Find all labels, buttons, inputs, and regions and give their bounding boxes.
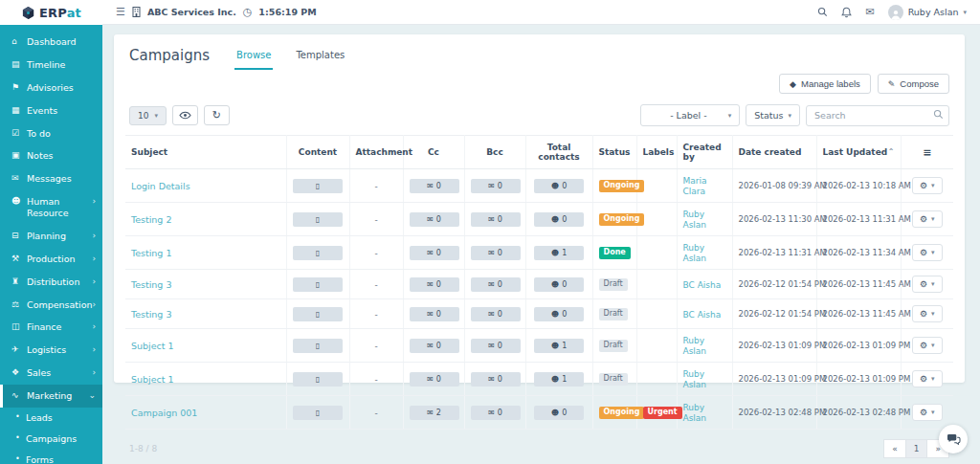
sidebar-item-events[interactable]: ▦ Events xyxy=(0,99,102,122)
status-filter-button[interactable]: Status ▾ xyxy=(746,104,800,126)
bcc-button[interactable]: ✉0 xyxy=(471,372,521,387)
sidebar-item-logistics[interactable]: ✈ Logistics › xyxy=(0,339,102,362)
logo[interactable]: ERPat xyxy=(0,0,102,25)
messages-envelope-icon[interactable]: ✉ xyxy=(865,6,874,18)
sidebar-item-forms[interactable]: • Forms xyxy=(0,450,102,464)
subject-link[interactable]: Campaign 001 xyxy=(131,408,197,418)
sidebar-item-planning[interactable]: ⊟ Planning › xyxy=(0,225,102,248)
cc-button[interactable]: ✉0 xyxy=(410,179,459,193)
tab-browse[interactable]: Browse xyxy=(234,46,273,70)
total-contacts-button[interactable]: ☻1 xyxy=(534,246,584,260)
cc-button[interactable]: ✉0 xyxy=(410,307,459,321)
created-by-link[interactable]: Ruby Aslan xyxy=(683,243,707,263)
cc-button[interactable]: ✉0 xyxy=(410,339,459,353)
sidebar-item-distribution[interactable]: ♜ Distribution › xyxy=(0,271,102,294)
col-last-updated[interactable]: Last Updated⌃ xyxy=(816,136,901,169)
subject-link[interactable]: Subject 1 xyxy=(131,341,174,351)
bcc-button[interactable]: ✉0 xyxy=(471,307,521,321)
sidebar-item-label: Production xyxy=(27,254,92,265)
total-contacts-button[interactable]: ☻0 xyxy=(534,179,584,193)
sidebar-item-human-resource[interactable]: ☻ Human Resource › xyxy=(0,190,102,225)
sidebar-item-to-do[interactable]: ☑ To do xyxy=(0,122,102,145)
cc-button[interactable]: ✉0 xyxy=(410,246,459,260)
prev-page-button[interactable]: « xyxy=(883,439,906,458)
content-button[interactable]: ▯ xyxy=(293,246,343,260)
label-filter-select[interactable]: - Label - ▾ xyxy=(640,104,740,126)
subject-link[interactable]: Testing 2 xyxy=(131,214,171,225)
row-actions-button[interactable]: ⚙ ▾ xyxy=(912,404,943,421)
created-by-link[interactable]: Maria Clara xyxy=(683,176,707,196)
row-actions-button[interactable]: ⚙ ▾ xyxy=(912,177,943,194)
row-actions-button[interactable]: ⚙ ▾ xyxy=(912,210,943,228)
bcc-button[interactable]: ✉0 xyxy=(471,246,521,260)
toggle-columns-button[interactable] xyxy=(172,105,198,125)
user-menu[interactable]: Ruby Aslan ▾ xyxy=(888,5,967,20)
content-button[interactable]: ▯ xyxy=(293,307,343,321)
per-page-select[interactable]: 10 ▾ xyxy=(129,106,167,125)
sidebar-item-finance[interactable]: ◫ Finance › xyxy=(0,316,102,339)
total-contacts-button[interactable]: ☻1 xyxy=(534,372,584,387)
sidebar-item-sales[interactable]: ❖ Sales › xyxy=(0,362,102,385)
sidebar-item-advisories[interactable]: ⚑ Advisories xyxy=(0,77,102,99)
cc-button[interactable]: ✉0 xyxy=(410,277,459,292)
sidebar-item-marketing[interactable]: ∿ Marketing ⌄ xyxy=(0,385,102,408)
compose-button[interactable]: ✎ Compose xyxy=(878,74,949,94)
row-actions-button[interactable]: ⚙ ▾ xyxy=(912,244,943,261)
cc-button[interactable]: ✉0 xyxy=(410,372,459,387)
page-number-button[interactable]: 1 xyxy=(906,439,928,458)
total-contacts-button[interactable]: ☻0 xyxy=(534,406,584,420)
created-by-link[interactable]: Ruby Aslan xyxy=(683,403,707,423)
bcc-button[interactable]: ✉0 xyxy=(471,277,521,292)
created-by-link[interactable]: BC Aisha xyxy=(683,310,722,320)
subject-link[interactable]: Testing 1 xyxy=(131,248,171,258)
status-badge: Ongoing xyxy=(599,213,645,226)
total-contacts-button[interactable]: ☻1 xyxy=(534,339,584,353)
col-actions: ≡ xyxy=(901,136,953,169)
content-button[interactable]: ▯ xyxy=(293,277,343,292)
chevron-icon: › xyxy=(92,196,96,207)
sidebar-item-dashboard[interactable]: ⌂ Dashboard xyxy=(0,31,102,54)
created-by-link[interactable]: BC Aisha xyxy=(683,280,722,290)
created-by-link[interactable]: Ruby Aslan xyxy=(683,336,707,356)
bcc-button[interactable]: ✉0 xyxy=(471,406,521,420)
tab-templates[interactable]: Templates xyxy=(294,46,346,70)
created-by-link[interactable]: Ruby Aslan xyxy=(683,369,707,389)
content-button[interactable]: ▯ xyxy=(293,406,343,420)
sidebar-item-timeline[interactable]: ▤ Timeline xyxy=(0,54,102,77)
search-input[interactable] xyxy=(806,105,949,126)
total-contacts-button[interactable]: ☻0 xyxy=(534,212,584,227)
chat-fab-button[interactable] xyxy=(939,425,968,453)
sidebar-toggle-icon[interactable]: ☰ xyxy=(116,6,125,18)
bcc-button[interactable]: ✉0 xyxy=(471,179,521,193)
sidebar-item-campaigns[interactable]: • Campaigns xyxy=(0,429,102,450)
row-actions-button[interactable]: ⚙ ▾ xyxy=(912,370,943,387)
bcc-button[interactable]: ✉0 xyxy=(471,339,521,353)
notifications-bell-icon[interactable] xyxy=(841,7,852,18)
manage-labels-button[interactable]: ◆ Manage labels xyxy=(779,74,871,94)
cc-button[interactable]: ✉0 xyxy=(410,212,459,227)
total-contacts-button[interactable]: ☻0 xyxy=(534,307,584,321)
sidebar-item-notes[interactable]: ▣ Notes xyxy=(0,144,102,167)
refresh-button[interactable]: ↻ xyxy=(204,105,230,125)
content-button[interactable]: ▯ xyxy=(293,372,343,387)
content-button[interactable]: ▯ xyxy=(293,179,343,193)
row-actions-button[interactable]: ⚙ ▾ xyxy=(912,337,943,354)
total-contacts-button[interactable]: ☻0 xyxy=(534,277,584,292)
row-actions-button[interactable]: ⚙ ▾ xyxy=(912,305,943,322)
subject-link[interactable]: Testing 3 xyxy=(131,279,171,290)
content-button[interactable]: ▯ xyxy=(293,212,343,227)
bcc-button[interactable]: ✉0 xyxy=(471,212,521,227)
sidebar-item-leads[interactable]: • Leads xyxy=(0,408,102,429)
content-button[interactable]: ▯ xyxy=(293,339,343,353)
row-actions-button[interactable]: ⚙ ▾ xyxy=(912,276,943,293)
subject-link[interactable]: Subject 1 xyxy=(131,374,174,385)
sidebar-item-messages[interactable]: ✉ Messages xyxy=(0,167,102,190)
search-icon[interactable] xyxy=(817,7,828,17)
subject-link[interactable]: Testing 3 xyxy=(131,309,171,320)
created-by-link[interactable]: Ruby Aslan xyxy=(683,210,707,230)
cogs-icon: ⚙ xyxy=(920,214,927,224)
sidebar-item-compensation[interactable]: ⚖ Compensation › xyxy=(0,294,102,317)
subject-link[interactable]: Login Details xyxy=(131,181,190,191)
sidebar-item-production[interactable]: ⚒ Production › xyxy=(0,248,102,271)
cc-button[interactable]: ✉2 xyxy=(410,406,459,420)
